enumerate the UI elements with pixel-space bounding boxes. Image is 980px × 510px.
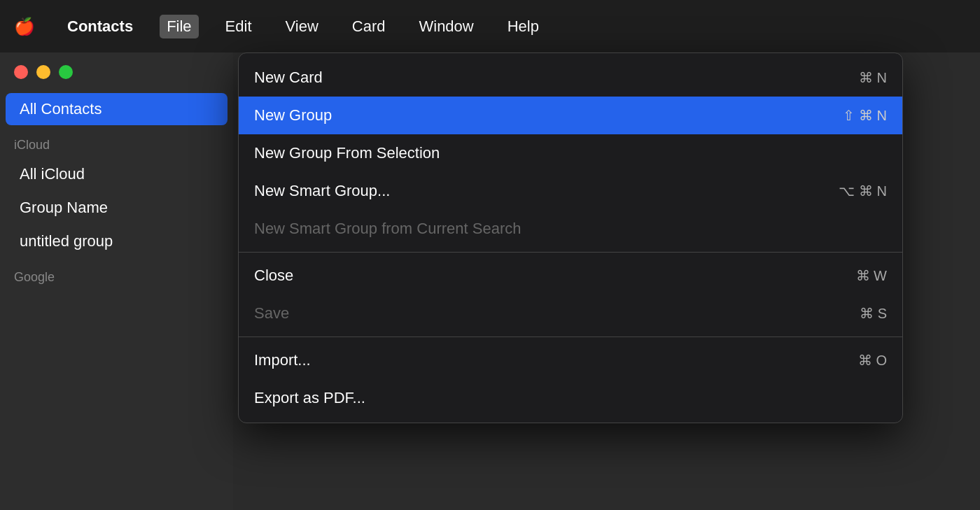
- menu-item-new-group-from-selection[interactable]: New Group From Selection: [239, 134, 902, 172]
- card-menu[interactable]: Card: [345, 15, 393, 38]
- sidebar-item-all-contacts[interactable]: All Contacts: [6, 93, 227, 125]
- menu-item-export-pdf[interactable]: Export as PDF...: [239, 379, 902, 417]
- edit-menu[interactable]: Edit: [218, 15, 259, 38]
- file-dropdown-menu: New Card ⌘ N New Group ⇧ ⌘ N New Group F…: [238, 52, 903, 423]
- sidebar-section-icloud: iCloud: [0, 127, 233, 157]
- traffic-lights: [0, 52, 233, 92]
- app-name[interactable]: Contacts: [60, 15, 140, 38]
- menu-item-import[interactable]: Import... ⌘ O: [239, 341, 902, 379]
- close-button[interactable]: [14, 65, 28, 79]
- menu-item-new-smart-group-search: New Smart Group from Current Search: [239, 210, 902, 248]
- menu-item-save: Save ⌘ S: [239, 295, 902, 332]
- sidebar-item-all-icloud[interactable]: All iCloud: [6, 158, 227, 190]
- menu-separator-1: [239, 252, 902, 253]
- menu-item-new-card[interactable]: New Card ⌘ N: [239, 59, 902, 97]
- sidebar-item-untitled-group[interactable]: untitled group: [6, 225, 227, 257]
- menubar: 🍎 Contacts File Edit View Card Window He…: [0, 0, 980, 52]
- menu-separator-2: [239, 337, 902, 337]
- file-menu[interactable]: File: [160, 15, 198, 38]
- menu-item-new-smart-group[interactable]: New Smart Group... ⌥ ⌘ N: [239, 172, 902, 210]
- sidebar: All Contacts iCloud All iCloud Group Nam…: [0, 52, 233, 510]
- sidebar-section-google: Google: [0, 259, 233, 289]
- apple-menu-icon[interactable]: 🍎: [14, 17, 35, 36]
- menu-item-close[interactable]: Close ⌘ W: [239, 257, 902, 295]
- menu-item-new-group[interactable]: New Group ⇧ ⌘ N: [239, 97, 902, 134]
- main-area: All Contacts iCloud All iCloud Group Nam…: [0, 52, 980, 510]
- view-menu[interactable]: View: [279, 15, 326, 38]
- window-menu[interactable]: Window: [412, 15, 480, 38]
- sidebar-item-group-name[interactable]: Group Name: [6, 192, 227, 224]
- minimize-button[interactable]: [36, 65, 50, 79]
- help-menu[interactable]: Help: [500, 15, 546, 38]
- zoom-button[interactable]: [59, 65, 73, 79]
